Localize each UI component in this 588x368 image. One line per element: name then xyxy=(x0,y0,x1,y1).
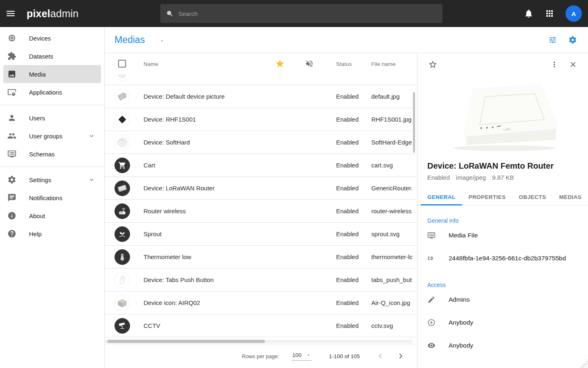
media-filename: cctv.svg xyxy=(371,322,412,329)
settings-gear-icon[interactable] xyxy=(568,36,577,44)
volume-off-icon[interactable] xyxy=(305,59,314,68)
panel-info-row: Admins xyxy=(427,288,578,311)
page-title[interactable]: Medias xyxy=(114,34,145,45)
column-header-filename[interactable]: File name xyxy=(371,61,395,67)
clipped-row-top[interactable] xyxy=(105,75,415,85)
detail-panel: LoRa Device: LoRaWAN Femto Router Enable… xyxy=(417,53,588,368)
sidebar-item-devices[interactable]: Devices xyxy=(3,29,101,47)
media-preview-image: LoRa xyxy=(417,70,588,156)
tab-properties[interactable]: PROPERTIES xyxy=(462,189,512,205)
media-mime-type: image/jpeg xyxy=(456,174,486,181)
table-row[interactable]: Thermometer low Enabled thermometer-low.… xyxy=(105,246,415,269)
media-table: Name Status File name Device: Default de… xyxy=(105,53,415,344)
sidebar-item-schemas[interactable]: Schemas xyxy=(3,145,101,163)
router-icon xyxy=(114,203,130,219)
media-filename: cart.svg xyxy=(371,162,412,169)
media-title: Device: LoRaWAN Femto Router xyxy=(417,161,588,171)
close-icon[interactable] xyxy=(569,60,577,69)
media-status: Enabled xyxy=(336,322,371,329)
title-dropdown-caret-icon[interactable] xyxy=(159,38,164,43)
menu-icon[interactable] xyxy=(5,8,16,19)
media-status: Enabled xyxy=(336,276,371,283)
tab-general[interactable]: GENERAL xyxy=(421,189,462,205)
table-row[interactable]: Device: Tabs Push Button Enabled tabs_pu… xyxy=(105,269,415,291)
media-filename: SoftHard-EdgeEV xyxy=(371,139,412,146)
app-gear-icon xyxy=(7,88,16,97)
media-name: Sprout xyxy=(144,230,336,237)
sidebar-item-media[interactable]: Media xyxy=(3,65,101,83)
media-name: Device: Tabs Push Button xyxy=(144,276,336,283)
apps-grid-icon[interactable] xyxy=(545,9,554,18)
notifications-bell-icon[interactable] xyxy=(524,9,534,18)
media-status: Enabled xyxy=(336,139,371,146)
panel-info-row: Anybody xyxy=(427,311,578,334)
favorite-star-icon[interactable] xyxy=(275,59,285,68)
media-status: Enabled xyxy=(336,116,371,123)
table-row[interactable]: Device: Default device picture Enabled d… xyxy=(105,85,415,108)
app-logo: pixeladmin xyxy=(27,8,79,20)
table-row[interactable]: Router wireless Enabled router-wireless.… xyxy=(105,200,415,223)
next-page-button[interactable] xyxy=(396,351,406,361)
table-row[interactable]: Cart Enabled cart.svg xyxy=(105,154,415,177)
user-avatar[interactable]: A xyxy=(566,5,582,22)
media-thumbnail xyxy=(114,135,130,150)
media-status: Enabled xyxy=(336,230,371,237)
rows-per-page-label: Rows per page: xyxy=(242,353,279,359)
table-pagination: Rows per page: 100 1-100 of 105 xyxy=(105,344,415,368)
search-icon xyxy=(166,10,174,18)
chevron-down-icon xyxy=(88,132,95,140)
select-caret-icon xyxy=(306,353,311,357)
column-header-status[interactable]: Status xyxy=(336,61,352,67)
panel-info-row: ID 2448fbfa-1e94-3256-661c-db2b379755bd xyxy=(427,247,578,270)
table-row[interactable]: Device icon: AIRQ02 Enabled Air-Q_icon.j… xyxy=(105,291,415,314)
rows-per-page-select[interactable]: 100 xyxy=(292,352,312,361)
media-filename: thermometer-low.svg xyxy=(371,253,412,260)
media-name: Device: SoftHard xyxy=(144,139,336,146)
table-row[interactable]: Device: SoftHard Enabled SoftHard-EdgeEV xyxy=(105,131,415,154)
sidebar-item-user-groups[interactable]: User groups xyxy=(3,127,101,145)
media-filename: Air-Q_icon.jpg xyxy=(371,299,412,306)
favorite-star-outline-icon[interactable] xyxy=(428,60,438,69)
search-input[interactable] xyxy=(178,10,437,17)
tab-objects[interactable]: OBJECTS xyxy=(512,189,553,205)
table-row[interactable]: Sprout Enabled sprout.svg xyxy=(105,223,415,246)
media-status-badge: Enabled xyxy=(427,174,450,181)
chat-icon xyxy=(7,193,16,202)
image-icon xyxy=(7,70,16,79)
media-name: Device: RHF1S001 xyxy=(144,116,336,123)
select-all-checkbox[interactable] xyxy=(118,60,126,68)
sidebar-item-users[interactable]: Users xyxy=(3,109,101,127)
sidebar-divider xyxy=(0,105,104,105)
table-row[interactable]: Device: LoRaWAN Router Enabled GenericRo… xyxy=(105,177,415,200)
more-options-kebab-icon[interactable] xyxy=(550,60,559,69)
global-search xyxy=(160,4,442,23)
horizontal-scrollbar[interactable] xyxy=(105,340,412,343)
media-filename: sprout.svg xyxy=(371,230,412,237)
chip-icon xyxy=(7,34,16,43)
schema-card-icon xyxy=(7,149,16,158)
vertical-scrollbar-thumb[interactable] xyxy=(413,92,415,153)
media-thumbnail xyxy=(114,75,130,81)
sidebar-nav: Devices Datasets Media Applications User… xyxy=(0,27,105,368)
sidebar-item-settings[interactable]: Settings xyxy=(3,171,101,189)
filter-tune-icon[interactable] xyxy=(548,36,557,44)
id-badge-icon: ID xyxy=(427,254,435,262)
content-header: Medias xyxy=(105,27,588,53)
media-filename: tabs_push_button.png xyxy=(371,276,412,283)
column-header-name[interactable]: Name xyxy=(144,61,158,67)
sprout-icon xyxy=(114,226,130,242)
table-row[interactable]: CCTV Enabled cctv.svg xyxy=(105,314,415,337)
previous-page-button[interactable] xyxy=(375,351,385,361)
horizontal-scrollbar-thumb[interactable] xyxy=(107,340,265,343)
sidebar-item-applications[interactable]: Applications xyxy=(3,83,101,101)
table-row[interactable]: Device: RHF1S001 Enabled RHF1S001.jpg xyxy=(105,108,415,131)
sidebar-item-about[interactable]: About xyxy=(3,207,101,225)
media-thumbnail xyxy=(114,112,130,127)
sidebar-divider xyxy=(0,167,104,167)
pencil-icon xyxy=(427,296,435,304)
sidebar-item-notifications[interactable]: Notifications xyxy=(3,189,101,207)
sidebar-item-datasets[interactable]: Datasets xyxy=(3,47,101,65)
sidebar-item-help[interactable]: Help xyxy=(3,225,101,243)
tab-medias[interactable]: MEDIAS xyxy=(552,189,588,205)
media-name: Device: LoRaWAN Router xyxy=(144,185,336,192)
